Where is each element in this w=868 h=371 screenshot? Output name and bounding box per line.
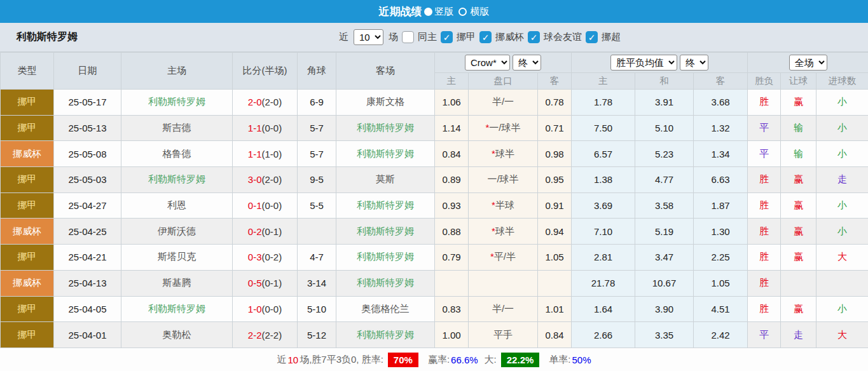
cell-corners bbox=[298, 219, 336, 245]
cell-avg-draw: 3.47 bbox=[635, 245, 694, 271]
half-time-score: (0-0) bbox=[262, 123, 282, 133]
cell-handicap-result: 赢 bbox=[781, 219, 816, 245]
cell-avg-home: 21.78 bbox=[572, 270, 635, 296]
full-time-score: 3-0 bbox=[248, 174, 262, 185]
home-team: 斯吉德 bbox=[121, 115, 233, 141]
summary-middle: 场,胜7平3负0, 胜率: bbox=[300, 354, 383, 366]
cell-score: 2-0(2-0) bbox=[233, 90, 298, 116]
scope-select[interactable]: 全场 bbox=[789, 55, 827, 71]
cell-avg-away: 1.32 bbox=[694, 115, 748, 141]
league-3-label: 挪超 bbox=[602, 31, 621, 43]
cell-goals: 大 bbox=[816, 322, 868, 348]
cell-goals: 小 bbox=[816, 141, 868, 167]
league-3-checkbox[interactable]: ✓ bbox=[586, 31, 598, 43]
topbar: 近期战绩 竖版 横版 bbox=[0, 0, 868, 23]
radio-selected-icon[interactable] bbox=[424, 8, 432, 16]
league-1-checkbox[interactable]: ✓ bbox=[479, 31, 492, 43]
full-time-score: 2-0 bbox=[248, 97, 262, 107]
cell-handicap-result: 赢 bbox=[781, 167, 816, 193]
filter-controls: 近 10 场 同主 ✓ 挪甲 ✓ 挪威杯 ✓ 球会友谊 ✓ 挪超 bbox=[339, 29, 621, 45]
cell-goals: 小 bbox=[816, 296, 868, 322]
cell-odds-home: 1.00 bbox=[435, 322, 469, 348]
cell-type: 挪甲 bbox=[1, 296, 54, 322]
cell-corners: 3-14 bbox=[298, 270, 336, 296]
cell-handicap-result: 输 bbox=[781, 141, 816, 167]
home-team: 格鲁德 bbox=[121, 141, 233, 167]
half-time-score: (2-0) bbox=[262, 174, 282, 185]
cell-avg-away: 6.63 bbox=[694, 167, 748, 193]
half-time-score: (0-0) bbox=[262, 200, 282, 211]
cell-avg-away: 1.30 bbox=[694, 219, 748, 245]
cell-odds-away: 0.71 bbox=[538, 115, 572, 141]
handicap-text: 半/一 bbox=[492, 96, 514, 107]
cell-date: 25-04-05 bbox=[54, 296, 121, 322]
radio-horizontal[interactable]: 横版 bbox=[458, 6, 490, 18]
handicap-text: 一/球半 bbox=[487, 173, 518, 184]
cell-corners: 5-7 bbox=[298, 141, 336, 167]
cell-result: 胜 bbox=[748, 167, 781, 193]
cell-date: 25-04-01 bbox=[54, 322, 121, 348]
cell-date: 25-05-13 bbox=[54, 115, 121, 141]
big-label: 大: bbox=[485, 354, 497, 366]
recent-label: 近 bbox=[339, 31, 348, 43]
cell-handicap-result: 赢 bbox=[781, 245, 816, 271]
summary-bar: 近10场,胜7平3负0, 胜率: 70% 赢率:66.6% 大: 22.2% 单… bbox=[0, 348, 868, 371]
cell-odds-away: 0.94 bbox=[538, 219, 572, 245]
cell-avg-home: 6.57 bbox=[572, 141, 635, 167]
same-home-checkbox[interactable] bbox=[402, 31, 414, 43]
cell-handicap-result: 输 bbox=[781, 115, 816, 141]
cell-score: 1-1(1-0) bbox=[233, 141, 298, 167]
summary-count: 10 bbox=[287, 354, 298, 365]
cell-avg-draw: 3.35 bbox=[635, 322, 694, 348]
subheader-result: 胜负 bbox=[748, 73, 781, 90]
cell-result: 平 bbox=[748, 115, 781, 141]
cell-handicap: *平/半 bbox=[469, 245, 538, 271]
cell-avg-draw: 5.23 bbox=[635, 141, 694, 167]
away-team: 利勒斯特罗姆 bbox=[336, 141, 435, 167]
cell-handicap-result: 赢 bbox=[781, 192, 816, 219]
home-team: 利恩 bbox=[121, 192, 233, 219]
header-away: 客场 bbox=[336, 53, 435, 90]
away-team: 利勒斯特罗姆 bbox=[336, 219, 435, 245]
cell-handicap: *半球 bbox=[469, 192, 538, 219]
cell-result: 胜 bbox=[748, 192, 781, 219]
cell-result: 胜 bbox=[748, 219, 781, 245]
full-time-score: 1-0 bbox=[248, 304, 262, 314]
home-team: 利勒斯特罗姆 bbox=[121, 296, 233, 322]
games-label: 场 bbox=[389, 31, 398, 43]
table-row: 挪甲 25-05-13 斯吉德 1-1(0-0) 5-7 利勒斯特罗姆 1.14… bbox=[1, 115, 868, 141]
cell-result: 胜 bbox=[748, 245, 781, 271]
cell-date: 25-04-27 bbox=[54, 192, 121, 219]
table-row: 挪威杯 25-04-13 斯基腾 0-5(0-1) 3-14 利勒斯特罗姆 21… bbox=[1, 270, 868, 296]
half-time-score: (0-1) bbox=[262, 226, 282, 237]
cell-avg-home: 1.64 bbox=[572, 296, 635, 322]
handicap-text: 平/半 bbox=[494, 251, 516, 262]
cell-odds-away: 1.01 bbox=[538, 296, 572, 322]
odds-source-select[interactable]: Crow* bbox=[465, 55, 510, 71]
cell-avg-home: 1.38 bbox=[572, 167, 635, 193]
half-time-score: (0-2) bbox=[262, 252, 282, 262]
odds-time-select-2[interactable]: 终 bbox=[680, 55, 708, 71]
cell-avg-away: 2.42 bbox=[694, 322, 748, 348]
cell-result: 平 bbox=[748, 322, 781, 348]
radio-vertical[interactable]: 竖版 bbox=[424, 6, 454, 18]
cell-result: 平 bbox=[748, 141, 781, 167]
league-2-checkbox[interactable]: ✓ bbox=[528, 31, 540, 43]
cell-type: 挪甲 bbox=[1, 322, 54, 348]
odds-time-select-1[interactable]: 终 bbox=[513, 55, 541, 71]
full-time-score: 2-2 bbox=[248, 330, 262, 341]
radio-unselected-icon[interactable] bbox=[458, 8, 467, 16]
table-row: 挪威杯 25-04-25 伊斯沃德 0-2(0-1) 利勒斯特罗姆 0.88 *… bbox=[1, 219, 868, 245]
handicap-text: 球半 bbox=[495, 226, 514, 236]
avg-source-select[interactable]: 胜平负均值 bbox=[610, 55, 677, 71]
league-0-checkbox[interactable]: ✓ bbox=[441, 31, 453, 43]
summary-prefix: 近 bbox=[277, 354, 286, 366]
table-row: 挪甲 25-04-01 奥勒松 2-2(2-2) 5-12 利勒斯特罗姆 1.0… bbox=[1, 322, 868, 348]
league-1-label: 挪威杯 bbox=[495, 31, 524, 43]
cell-type: 挪威杯 bbox=[1, 141, 54, 167]
cell-odds-home: 0.79 bbox=[435, 245, 469, 271]
cell-type: 挪甲 bbox=[1, 167, 54, 193]
full-time-score: 0-5 bbox=[248, 278, 262, 288]
page-title: 近期战绩 bbox=[379, 4, 422, 19]
recent-count-select[interactable]: 10 bbox=[354, 29, 383, 45]
